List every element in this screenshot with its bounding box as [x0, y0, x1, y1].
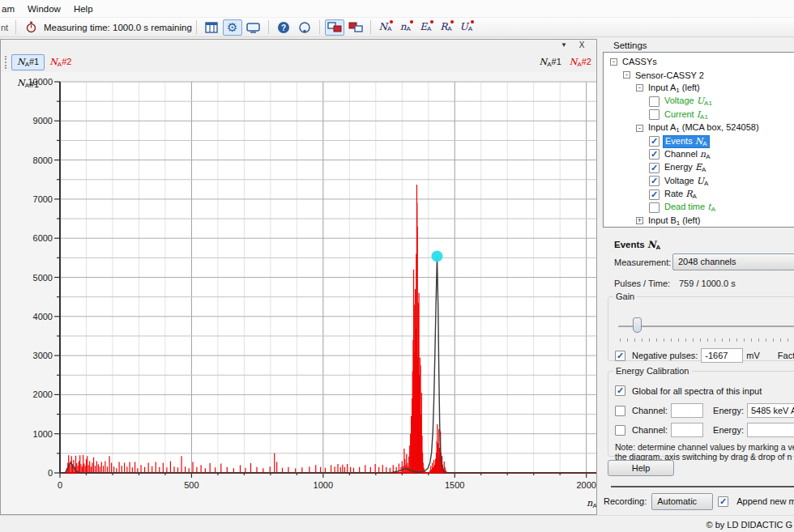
x-tick-label: 500 [184, 480, 198, 490]
x-tick-label: 2000 [576, 480, 596, 490]
display-icon[interactable] [244, 19, 263, 36]
tree-checkbox[interactable] [649, 109, 660, 120]
tree-checkbox[interactable]: ✓ [649, 189, 660, 200]
help-button[interactable]: Help [608, 460, 674, 476]
expand-node-icon[interactable]: + [636, 217, 643, 224]
tree-item[interactable]: Voltage UA1 [604, 95, 794, 108]
tree-item-label[interactable]: Input A1 (left) [647, 83, 702, 94]
tree-checkbox[interactable]: ✓ [649, 163, 660, 173]
tree-item-label[interactable]: Events NA [663, 135, 710, 148]
negative-pulses-input[interactable]: -1667 [701, 348, 743, 363]
collapse-node-icon[interactable]: - [623, 71, 630, 79]
channel1-input[interactable] [671, 403, 703, 418]
close-panel-button[interactable]: X [575, 40, 588, 51]
tree-item-label[interactable]: Energy EA [663, 162, 707, 173]
x-tick-label: 0 [58, 480, 62, 490]
chart-panel-header: ▼ X [1, 40, 596, 52]
tree-checkbox[interactable]: ✓ [649, 136, 660, 147]
measurement-combobox[interactable]: 2048 channels [672, 253, 794, 270]
energy-calibration-label: Energy Calibration [613, 366, 692, 376]
tree-checkbox[interactable] [649, 96, 660, 107]
tree-item-label[interactable]: Dead time tA [663, 202, 717, 213]
tree-item[interactable]: -Input A1 (left) [604, 82, 794, 95]
channel2-input[interactable] [671, 423, 703, 437]
tree-item-label[interactable]: Input A1 (MCA box, 524058) [647, 122, 761, 134]
cassy-pair2-icon[interactable] [346, 19, 365, 36]
spectrum-chart[interactable]: 0100020003000400050006000700080009000100… [1, 72, 596, 514]
new-value-dot [471, 20, 474, 23]
global-checkbox[interactable]: ✓ [615, 385, 625, 396]
tree-item[interactable]: -CASSYs [604, 55, 794, 68]
tree-item-label[interactable]: Input B1 (left) [647, 215, 702, 227]
tree-item-label[interactable]: Voltage UA [663, 176, 710, 187]
quantity-button-n[interactable]: nA [395, 19, 416, 36]
layout-columns-icon[interactable] [202, 19, 221, 36]
copyright-text: © by LD DIDACTIC G [706, 520, 792, 530]
settings-title: Settings [601, 39, 794, 52]
energy2-input[interactable] [747, 423, 794, 437]
new-value-dot [390, 20, 393, 23]
tree-item[interactable]: ✓Channel nA [604, 148, 794, 161]
tree-checkbox[interactable] [649, 202, 660, 213]
collapse-panel-button[interactable]: ▼ [557, 40, 570, 51]
tree-item[interactable]: ✓Events NA [604, 134, 794, 147]
collapse-node-icon[interactable]: - [636, 125, 643, 132]
tree-item-label[interactable]: Channel nA [663, 149, 711, 160]
menu-item-help[interactable]: Help [67, 2, 100, 16]
menu-item-diagram[interactable]: am [0, 2, 21, 16]
tree-item[interactable]: ✓Rate RA [604, 188, 794, 201]
headset-icon[interactable] [295, 19, 314, 36]
tree-item[interactable]: ✓Energy EA [604, 161, 794, 174]
measurement-label: Measurement: [614, 257, 671, 267]
selected-point-marker[interactable] [431, 250, 442, 262]
tree-item-label[interactable]: CASSYs [621, 57, 659, 66]
collapse-node-icon[interactable]: - [610, 58, 617, 66]
energy2-label: Energy: [713, 425, 744, 435]
tree-item[interactable]: -Sensor-CASSY 2 [604, 68, 794, 81]
tree-item[interactable]: Dead time tA [604, 201, 794, 214]
recording-row: Recording: Automatic▼ ✓ Append new mea [604, 492, 794, 510]
tab-na2[interactable]: NA#2 [45, 55, 76, 70]
tree-item-label[interactable]: Current IA1 [663, 109, 710, 121]
quantity-button-E[interactable]: EA [416, 19, 436, 36]
gain-slider-track[interactable] [618, 326, 794, 327]
tree-item-label[interactable]: Sensor-CASSY 2 [634, 70, 706, 80]
gain-slider-thumb[interactable] [633, 317, 642, 333]
energy1-input[interactable]: 5485 keV Am24 [747, 403, 794, 418]
channel2-checkbox[interactable] [615, 425, 625, 436]
gear-icon: ⚙ [227, 21, 237, 33]
tree-item[interactable]: Current IA1 [604, 109, 794, 121]
quantity-button-R[interactable]: RA [436, 19, 456, 36]
menu-item-window[interactable]: Window [21, 2, 67, 16]
settings-gear-button[interactable]: ⚙ [223, 19, 242, 36]
menu-bar: am Window Help [0, 0, 794, 18]
settings-tree: -CASSYs-Sensor-CASSY 2-Input A1 (left)Vo… [603, 52, 794, 228]
note-line-1: Note: determine channel values by markin… [615, 442, 794, 452]
tree-item-label[interactable]: Rate RA [663, 189, 698, 200]
tree-checkbox[interactable]: ✓ [649, 149, 660, 160]
tree-item[interactable]: ✓Voltage UA [604, 175, 794, 188]
legend-na1[interactable]: NA#1 [540, 57, 561, 68]
tree-item-label[interactable]: Voltage UA1 [663, 96, 714, 107]
negative-pulses-checkbox[interactable]: ✓ [615, 351, 625, 361]
tree-item[interactable]: -Input A1 (MCA box, 524058) [604, 121, 794, 134]
append-checkbox[interactable]: ✓ [718, 496, 728, 507]
y-tick-label: 9000 [33, 116, 53, 126]
toolbar-cut-text: nt [0, 23, 11, 32]
quantity-button-U[interactable]: UA [456, 19, 476, 36]
gain-slider-ticks [620, 338, 794, 342]
cassy-pair-icon[interactable] [325, 19, 344, 36]
tree-checkbox[interactable]: ✓ [649, 176, 660, 186]
help-icon[interactable]: ? [274, 19, 293, 36]
channel1-checkbox[interactable] [615, 406, 625, 416]
y-tick-label: 1000 [33, 429, 53, 439]
drag-grip-icon[interactable] [5, 56, 8, 69]
tab-na1[interactable]: NA#1 [11, 54, 45, 70]
quantity-button-N[interactable]: NA [375, 19, 395, 36]
global-label: Global for all spectra of this input [632, 386, 762, 396]
tree-item[interactable]: +Input B1 (left) [604, 215, 794, 228]
recording-combobox[interactable]: Automatic▼ [651, 493, 713, 510]
legend-na2[interactable]: NA#2 [570, 57, 591, 68]
new-value-dot [430, 20, 433, 23]
collapse-node-icon[interactable]: - [636, 84, 643, 92]
